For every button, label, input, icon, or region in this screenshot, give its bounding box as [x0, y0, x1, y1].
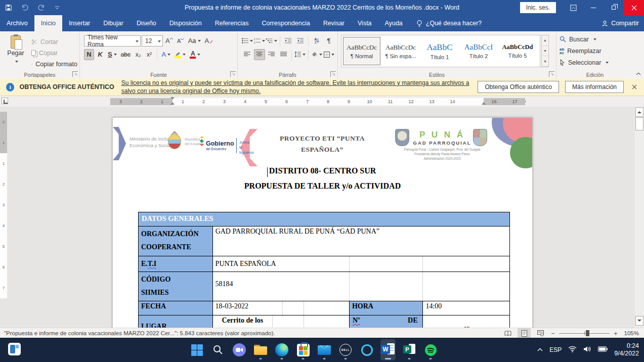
change-case-button[interactable]: Aa: [187, 35, 202, 47]
file-explorer-icon[interactable]: [253, 339, 268, 360]
tab-vista[interactable]: Vista: [351, 15, 378, 31]
word-taskbar-icon[interactable]: W: [380, 339, 396, 360]
shading-button[interactable]: [311, 49, 322, 60]
puna-gad-parroquial-logo[interactable]: P U N Á GAD PARROQUIAL Parroquia Puná - …: [394, 122, 490, 161]
minimize-button[interactable]: [583, 0, 604, 15]
tab-inicio[interactable]: Inicio: [34, 15, 62, 31]
clear-formatting-button[interactable]: A: [203, 35, 215, 47]
get-genuine-office-button[interactable]: Obtenga Office auténtico: [478, 81, 559, 93]
hora-label-cell[interactable]: HORA: [350, 301, 423, 315]
volume-icon[interactable]: [583, 346, 591, 354]
styles-more-icon[interactable]: ▼: [542, 56, 548, 67]
document-page[interactable]: Ministerio de InclusiónEconómica y Socia…: [112, 117, 533, 328]
tab-dibujar[interactable]: Dibujar: [97, 15, 130, 31]
numero-value-cell[interactable]: 40: [423, 315, 509, 328]
increase-indent-button[interactable]: [295, 35, 306, 47]
styles-dialog-launcher-icon[interactable]: ↘: [549, 71, 554, 77]
replace-button[interactable]: ab ac Reemplazar: [560, 45, 631, 57]
sign-in-button[interactable]: Inic. ses.: [520, 2, 556, 13]
widgets-icon[interactable]: [8, 343, 21, 355]
justify-button[interactable]: [278, 49, 289, 60]
microsoft-store-icon[interactable]: [295, 339, 311, 360]
sort-button[interactable]: AZ: [311, 35, 322, 47]
numbering-button[interactable]: 12: [254, 35, 265, 47]
superscript-button[interactable]: x²: [144, 49, 154, 60]
word-count-status[interactable]: "Propuesta e informe de colonia vacacion…: [4, 330, 275, 336]
table-header-cell[interactable]: DATOS GENERALES: [139, 212, 509, 226]
vertical-scrollbar[interactable]: [635, 107, 644, 328]
fecha-label-cell[interactable]: FECHA: [139, 301, 213, 315]
font-dialog-launcher-icon[interactable]: ↘: [230, 71, 236, 77]
web-layout-button[interactable]: [534, 328, 547, 338]
bullets-button[interactable]: [242, 35, 253, 47]
codigo-label-cell[interactable]: CÓDIGOSIIMIES: [139, 272, 213, 301]
print-layout-button[interactable]: [518, 328, 531, 338]
fecha-value-cell[interactable]: 18-03-2022: [213, 301, 283, 315]
dismiss-warning-icon[interactable]: [632, 83, 637, 91]
strikethrough-button[interactable]: abc: [119, 49, 132, 60]
subscript-button[interactable]: x₂: [133, 49, 143, 60]
styles-scroll-down-icon[interactable]: ▼: [542, 46, 548, 57]
zoom-in-icon[interactable]: +: [613, 330, 619, 337]
close-button[interactable]: [624, 0, 644, 15]
eti-value-cell[interactable]: PUNTA ESPAÑOLA: [213, 256, 350, 272]
start-button[interactable]: [189, 339, 204, 360]
scrollbar-thumb[interactable]: [635, 117, 643, 130]
undo-icon[interactable]: [20, 2, 29, 13]
scroll-down-icon[interactable]: [635, 316, 643, 326]
clock[interactable]: 0:249/4/2022: [614, 342, 639, 357]
restore-button[interactable]: [604, 0, 624, 15]
zoom-out-icon[interactable]: −: [550, 330, 556, 337]
empty-cell[interactable]: [423, 272, 509, 301]
customize-qat-chevron-icon[interactable]: [53, 2, 62, 13]
tab-disposicion[interactable]: Disposición: [163, 15, 208, 31]
first-line-indent-marker[interactable]: [170, 97, 175, 100]
spotify-icon[interactable]: [423, 339, 438, 360]
hanging-indent-marker[interactable]: [170, 102, 175, 105]
tab-selector-icon[interactable]: [2, 98, 8, 104]
edge-icon[interactable]: [274, 339, 289, 360]
scroll-up-icon[interactable]: [635, 107, 643, 117]
highlight-color-button[interactable]: [173, 49, 187, 60]
proyecto-eti-title[interactable]: PROYECTO ETI “PUNTAESPAÑOLA”: [274, 133, 371, 155]
ribbon-display-options-button[interactable]: [563, 0, 583, 15]
clipboard-dialog-launcher-icon[interactable]: ↘: [72, 71, 78, 77]
zoom-level[interactable]: 105%: [622, 330, 639, 336]
hora-value-cell[interactable]: 14:00: [423, 301, 509, 315]
chat-icon[interactable]: [232, 339, 247, 360]
style-titulo-1[interactable]: AaBbC Título 1: [421, 37, 458, 65]
underline-button[interactable]: S: [106, 49, 118, 60]
license-warning-link[interactable]: Su licencia no es original y puede ser v…: [121, 79, 472, 95]
tab-insertar[interactable]: Insertar: [62, 15, 97, 31]
right-indent-marker[interactable]: [482, 102, 486, 105]
tab-diseno[interactable]: Diseño: [130, 15, 163, 31]
redo-icon[interactable]: [36, 2, 46, 13]
org-label-cell[interactable]: ORGANIZACIÓNCOOPERANTE: [139, 227, 213, 256]
grow-font-button[interactable]: A: [164, 35, 175, 47]
borders-button[interactable]: [323, 49, 334, 60]
styles-scroll-up-icon[interactable]: ▲: [542, 35, 548, 46]
line-spacing-button[interactable]: [294, 49, 306, 60]
language-indicator[interactable]: ESP: [549, 346, 562, 353]
empty-cell[interactable]: [350, 272, 423, 301]
empty-cell[interactable]: [423, 256, 509, 272]
style-titulo-5[interactable]: AaBbCcDd Título 5: [499, 37, 536, 65]
paragraph-dialog-launcher-icon[interactable]: ↘: [330, 71, 336, 77]
style-normal[interactable]: AaBbCcDc ¶ Normal: [343, 37, 380, 65]
multilevel-list-button[interactable]: [266, 35, 277, 47]
shrink-font-button[interactable]: A: [176, 35, 186, 47]
paste-button[interactable]: Pegar: [4, 35, 27, 72]
tell-me-box[interactable]: ¿Qué desea hacer?: [416, 15, 482, 31]
italic-button[interactable]: K: [95, 49, 105, 60]
format-painter-button[interactable]: Copiar formato: [31, 59, 77, 69]
empty-cell[interactable]: [304, 301, 350, 315]
more-info-button[interactable]: Más información: [565, 81, 624, 93]
find-button[interactable]: Buscar: [560, 33, 631, 45]
align-right-button[interactable]: [266, 49, 277, 60]
dell-icon[interactable]: DELL: [338, 339, 353, 360]
publisher-icon[interactable]: P: [402, 339, 417, 360]
share-button[interactable]: Compartir: [602, 15, 639, 31]
empty-cell[interactable]: [304, 315, 350, 328]
tab-archivo[interactable]: Archivo: [0, 15, 34, 31]
style-sin-espaciado[interactable]: AaBbCcDc ¶ Sin espa...: [382, 37, 419, 65]
